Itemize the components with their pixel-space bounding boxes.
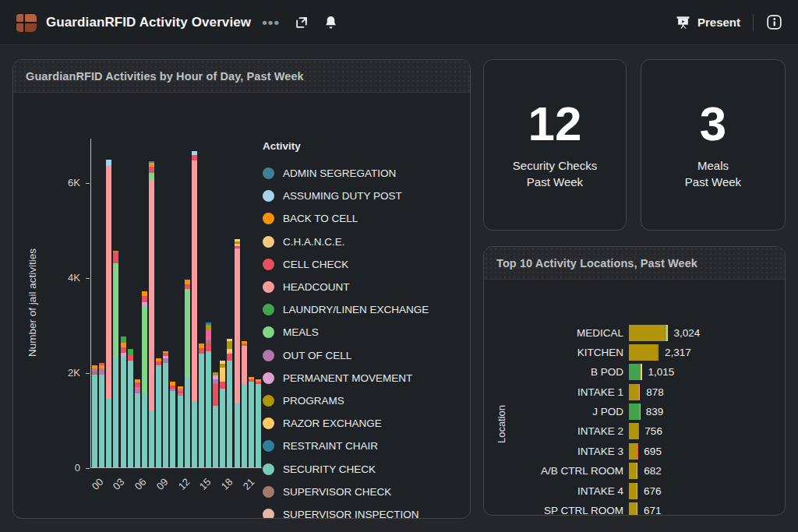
bar-segment: [235, 248, 240, 403]
bar-segment: [170, 391, 175, 467]
legend-item-label: BACK TO CELL: [283, 213, 358, 224]
bar-segment: [629, 463, 637, 479]
stacked-bar-hour-07[interactable]: [142, 291, 147, 467]
location-bar[interactable]: [629, 483, 637, 499]
meals-value: 3: [700, 100, 726, 148]
hourly-activity-card: GuardianRFID Activities by Hour of Day, …: [12, 59, 471, 519]
top-locations-title: Top 10 Activity Locations, Past Week: [496, 257, 697, 270]
location-row-b-pod: B POD1,015: [495, 364, 779, 381]
legend-item-cell-check[interactable]: CELL CHECK: [263, 253, 467, 276]
bar-segment: [106, 166, 111, 399]
stacked-bar-hour-01[interactable]: [99, 363, 104, 467]
legend-item-label: MEALS: [283, 326, 319, 338]
location-bar[interactable]: [629, 384, 640, 400]
location-bar[interactable]: [629, 364, 642, 380]
stacked-bar-hour-18[interactable]: [220, 361, 225, 467]
stacked-bar-hour-12[interactable]: [178, 386, 183, 467]
stacked-bar-hour-10[interactable]: [163, 351, 168, 467]
stacked-bar-hour-09[interactable]: [156, 358, 161, 467]
legend-item-supervisor-check[interactable]: SUPERVISOR CHECK: [263, 481, 467, 503]
stacked-bar-hour-20[interactable]: [235, 239, 240, 467]
legend-item-meals[interactable]: MEALS: [263, 321, 467, 344]
bar-segment: [637, 483, 637, 499]
bar-segment: [128, 361, 133, 467]
stacked-bar-hour-22[interactable]: [249, 377, 254, 467]
legend-item-security-check[interactable]: SECURITY CHECK: [263, 457, 467, 480]
legend-item-assuming-duty-post[interactable]: ASSUMING DUTY POST: [263, 185, 467, 207]
security-checks-scalar[interactable]: 12 Security Checks Past Week: [484, 60, 626, 230]
location-bar[interactable]: [629, 443, 637, 460]
security-checks-card: 12 Security Checks Past Week: [483, 59, 627, 231]
bar-segment: [213, 384, 218, 405]
stacked-bar-hour-11[interactable]: [170, 382, 175, 467]
bar-segment: [667, 325, 668, 341]
legend-item-razor-exchange[interactable]: RAZOR EXCHANGE: [263, 412, 467, 435]
stacked-bar-hour-15[interactable]: [199, 344, 204, 467]
location-bar[interactable]: [629, 344, 659, 361]
legend-item-back-to-cell[interactable]: BACK TO CELL: [263, 207, 467, 230]
guardianrfid-logo-icon: [16, 13, 37, 32]
stacked-bar-hour-14[interactable]: [192, 151, 197, 467]
stacked-bar-hour-23[interactable]: [256, 379, 261, 467]
location-value: 695: [644, 446, 662, 457]
stacked-bar-hour-06[interactable]: [135, 379, 140, 467]
share-icon[interactable]: [294, 10, 309, 35]
legend-item-laundry-linen-exchange[interactable]: LAUNDRY/LINEN EXCHANGE: [263, 298, 467, 321]
legend-item-label: OUT OF CELL: [283, 350, 351, 361]
more-options-icon[interactable]: •••: [262, 10, 280, 35]
stacked-bar-hour-00[interactable]: [92, 365, 97, 467]
stacked-bar-hour-21[interactable]: [242, 341, 247, 467]
bar-segment: [106, 160, 111, 166]
legend-item-label: PERMANENT MOVEMENT: [283, 372, 412, 384]
legend-item-supervisor-inspection[interactable]: SUPERVISOR INSPECTION: [263, 503, 467, 519]
location-bar[interactable]: [629, 325, 667, 341]
stacked-bar-hour-13[interactable]: [185, 280, 190, 467]
info-icon[interactable]: [766, 10, 782, 35]
legend-item-label: C.H.A.N.C.E.: [283, 236, 345, 248]
location-bar[interactable]: [629, 463, 637, 479]
legend-color-dot: [263, 281, 274, 293]
legend-item-programs[interactable]: PROGRAMS: [263, 389, 467, 412]
stacked-bar-hour-04[interactable]: [121, 336, 126, 467]
hourly-y-axis-label: Number of jail activities: [26, 217, 38, 389]
present-button[interactable]: Present: [676, 15, 740, 30]
legend-item-admin-segregation[interactable]: ADMIN SEGREGATION: [263, 162, 467, 185]
stacked-bar-hour-16[interactable]: [206, 322, 211, 467]
legend-item-c-h-a-n-c-e-[interactable]: C.H.A.N.C.E.: [263, 231, 467, 253]
meals-card: 3 Meals Past Week: [641, 59, 786, 231]
dashboard-title: GuardianRFID Activity Overview: [46, 15, 251, 30]
meals-scalar[interactable]: 3 Meals Past Week: [641, 60, 785, 230]
stacked-bar-hour-05[interactable]: [128, 349, 133, 468]
stacked-bar-hour-19[interactable]: [227, 339, 232, 467]
location-bar[interactable]: [629, 502, 637, 516]
hourly-card-title-bar[interactable]: GuardianRFID Activities by Hour of Day, …: [13, 60, 470, 93]
bar-segment: [206, 344, 211, 351]
location-row-sp-ctrl-room: SP CTRL ROOM671: [495, 502, 779, 516]
legend-color-dot: [263, 440, 274, 452]
legend-item-out-of-cell[interactable]: OUT OF CELL: [263, 344, 467, 367]
location-row-intake-1: INTAKE 1878: [495, 383, 779, 400]
legend-color-dot: [263, 417, 274, 429]
stacked-bar-hour-08[interactable]: [149, 161, 154, 467]
location-bar[interactable]: [629, 423, 638, 439]
location-value: 676: [644, 485, 662, 497]
stacked-bar-hour-02[interactable]: [106, 160, 111, 467]
security-checks-value: 12: [528, 100, 582, 148]
legend-item-label: SECURITY CHECK: [283, 463, 376, 475]
stacked-bar-hour-17[interactable]: [213, 372, 218, 467]
location-bar[interactable]: [629, 403, 640, 420]
present-label: Present: [697, 16, 740, 29]
bell-icon[interactable]: [323, 10, 338, 35]
bar-segment: [113, 358, 118, 467]
bar-segment: [637, 502, 637, 516]
y-tick-2K: 2K: [49, 367, 80, 379]
stacked-bar-hour-03[interactable]: [113, 251, 118, 467]
bar-segment: [113, 252, 118, 263]
location-row-intake-2: INTAKE 2756: [495, 423, 779, 440]
legend-item-permanent-movement[interactable]: PERMANENT MOVEMENT: [263, 367, 467, 389]
top-locations-title-bar[interactable]: Top 10 Activity Locations, Past Week: [484, 247, 785, 280]
legend-color-dot: [263, 486, 274, 498]
legend-item-label: RAZOR EXCHANGE: [283, 417, 382, 429]
legend-item-headcount[interactable]: HEADCOUNT: [263, 276, 467, 298]
legend-item-restraint-chair[interactable]: RESTRAINT CHAIR: [263, 435, 467, 457]
